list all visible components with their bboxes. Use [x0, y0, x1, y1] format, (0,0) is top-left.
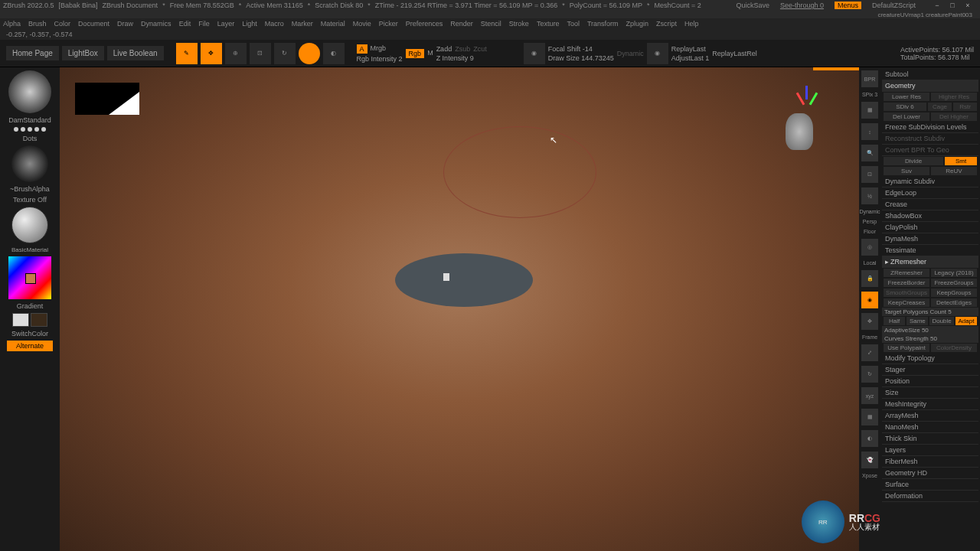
floor-label[interactable]: Floor [864, 229, 876, 234]
menu-dynamics[interactable]: Dynamics [141, 20, 172, 28]
del-lower-btn[interactable]: Del Lower [884, 112, 929, 121]
deformation[interactable]: Deformation [882, 491, 978, 502]
cage-btn[interactable]: Cage [928, 103, 952, 111]
use-polypaint-btn[interactable]: Use Polypaint [884, 344, 929, 352]
replay-last-rel[interactable]: ReplayLastRel [712, 50, 757, 57]
scale-mode-btn[interactable]: ⊡ [250, 43, 271, 64]
nanomesh[interactable]: NanoMesh [882, 422, 978, 433]
menu-stencil[interactable]: Stencil [481, 20, 501, 28]
minimize-icon[interactable]: − [933, 1, 942, 10]
lightbox-btn[interactable]: LightBox [62, 46, 104, 60]
smt-btn[interactable]: Smt [945, 157, 977, 165]
stager[interactable]: Stager [882, 364, 978, 376]
brush-preview[interactable] [8, 70, 51, 113]
lock-icon[interactable]: 🔒 [861, 270, 878, 287]
rgb-intensity[interactable]: Rgb Intensity 2 [357, 55, 403, 63]
meshintegrity[interactable]: MeshIntegrity [882, 399, 978, 410]
replay-last[interactable]: ReplayLast [671, 45, 710, 53]
zcut-btn[interactable]: Zcut [473, 45, 487, 53]
quicksave-btn[interactable]: QuickSave [736, 2, 769, 9]
shadowbox[interactable]: ShadowBox [882, 210, 978, 222]
menu-zplugin[interactable]: Zplugin [626, 20, 649, 28]
mini-model-preview[interactable] [786, 113, 813, 150]
suv-btn[interactable]: Suv [884, 167, 929, 175]
curves-strength-slider[interactable]: Curves Strength 50 [882, 334, 978, 343]
menu-file[interactable]: File [198, 20, 210, 28]
spix-label[interactable]: SPix 3 [862, 92, 877, 97]
bpr-icon[interactable]: BPR [861, 70, 878, 87]
freezeborder-btn[interactable]: FreezeBorder [884, 279, 929, 287]
dynamic-subdiv[interactable]: Dynamic Subdiv [882, 176, 978, 187]
del-higher-btn[interactable]: Del Higher [931, 112, 977, 121]
default-script[interactable]: DefaultZScript [872, 2, 916, 9]
draw-size[interactable]: Draw Size 144.73245 [548, 54, 614, 62]
menu-tool[interactable]: Tool [567, 20, 580, 28]
move-view-icon[interactable]: ✥ [861, 313, 878, 330]
menu-light[interactable]: Light [242, 20, 257, 28]
smoothgroups-btn[interactable]: SmoothGroups [884, 289, 929, 297]
frame-icon[interactable]: ◉ [861, 292, 878, 308]
arraymesh[interactable]: ArrayMesh [882, 410, 978, 422]
rgb-btn[interactable]: Rgb [406, 49, 425, 58]
actual-icon[interactable]: ⊡ [861, 166, 878, 183]
surface[interactable]: Surface [882, 479, 978, 491]
ghost-icon[interactable]: 👻 [861, 452, 878, 468]
close-icon[interactable]: × [963, 1, 972, 10]
menu-material[interactable]: Material [321, 20, 345, 28]
dynamesh[interactable]: DynaMesh [882, 233, 978, 245]
lower-res-btn[interactable]: Lower Res [884, 93, 929, 101]
position[interactable]: Position [882, 376, 978, 387]
scale-view-icon[interactable]: ⤢ [861, 344, 878, 361]
rotate-mode-btn[interactable]: ↻ [274, 43, 296, 64]
seethrough[interactable]: See-through 0 [780, 2, 824, 9]
xyz-icon[interactable]: xyz [861, 387, 878, 404]
zsub-btn[interactable]: Zsub [455, 45, 470, 53]
dynamic-label[interactable]: Dynamic [859, 209, 880, 214]
claypolish[interactable]: ClayPolish [882, 222, 978, 233]
adjust-last[interactable]: AdjustLast 1 [671, 54, 710, 62]
menu-draw[interactable]: Draw [117, 20, 133, 28]
menu-marker[interactable]: Marker [292, 20, 313, 28]
geometry-header[interactable]: Geometry [882, 80, 978, 92]
fibermesh[interactable]: FiberMesh [882, 456, 978, 468]
move-mode-btn[interactable]: ⊕ [225, 43, 247, 64]
zadd-btn[interactable]: Zadd [436, 45, 452, 53]
switchcolor-btn[interactable]: SwitchColor [11, 330, 48, 337]
persp-label[interactable]: Persp [863, 219, 877, 224]
keepgroups-btn[interactable]: KeepGroups [931, 289, 977, 297]
menu-picker[interactable]: Picker [379, 20, 398, 28]
viewport[interactable]: ↖ [60, 67, 859, 551]
mrgb-a[interactable]: A [357, 44, 368, 54]
adaptive-size-slider[interactable]: AdaptiveSize 50 [882, 326, 978, 334]
alpha-preview[interactable] [11, 145, 48, 182]
scroll-icon[interactable]: ↕ [861, 123, 878, 140]
rstr-btn[interactable]: Rstr [953, 103, 977, 111]
edit-mode-btn[interactable]: ✎ [176, 43, 198, 64]
geometryhd[interactable]: Geometry HD [882, 468, 978, 479]
draw-icon[interactable]: ◉ [647, 43, 668, 64]
menu-help[interactable]: Help [684, 20, 699, 28]
reconstruct-btn[interactable]: Reconstruct Subdiv [882, 133, 978, 145]
gradient-label[interactable]: Gradient [17, 302, 44, 310]
menu-stroke[interactable]: Stroke [509, 20, 529, 28]
tessimate[interactable]: Tessimate [882, 245, 978, 256]
live-boolean-btn[interactable]: Live Boolean [107, 46, 164, 60]
subtool-header[interactable]: Subtool [882, 69, 978, 80]
menu-movie[interactable]: Movie [353, 20, 371, 28]
maximize-icon[interactable]: □ [948, 1, 957, 10]
focal-icon[interactable]: ◉ [524, 43, 545, 64]
m-btn[interactable]: M [427, 49, 433, 58]
thickskin[interactable]: Thick Skin [882, 433, 978, 445]
menu-color[interactable]: Color [54, 20, 71, 28]
layers[interactable]: Layers [882, 445, 978, 456]
draw-mode-btn[interactable]: ✥ [201, 43, 222, 64]
menu-zscript[interactable]: Zscript [656, 20, 677, 28]
freeze-subdiv-btn[interactable]: Freeze SubDivision Levels [882, 122, 978, 133]
menu-document[interactable]: Document [78, 20, 109, 28]
menus-btn[interactable]: Menus [835, 2, 861, 9]
crease[interactable]: Crease [882, 199, 978, 210]
transp-icon[interactable]: ◐ [861, 430, 878, 447]
menu-texture[interactable]: Texture [537, 20, 560, 28]
dynamic-brush[interactable]: Dynamic [617, 50, 644, 57]
menu-render[interactable]: Render [450, 20, 473, 28]
